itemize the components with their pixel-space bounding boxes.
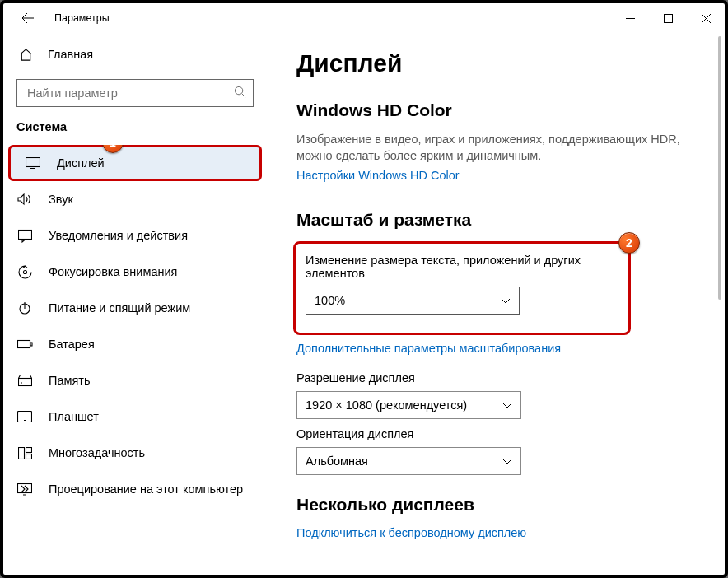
- scale-heading: Масштаб и разметка: [296, 210, 702, 230]
- resolution-label: Разрешение дисплея: [296, 371, 702, 385]
- chevron-down-icon: [501, 294, 511, 307]
- scale-field-label: Изменение размера текста, приложений и д…: [306, 254, 618, 280]
- svg-rect-6: [17, 341, 30, 348]
- sidebar-item-display[interactable]: Дисплей: [8, 145, 262, 181]
- sidebar: Главная Система Дисплей 1: [3, 33, 267, 576]
- maximize-button[interactable]: [649, 3, 687, 33]
- sidebar-item-multitask[interactable]: Многозадачность: [4, 435, 266, 471]
- sound-icon: [16, 193, 34, 206]
- svg-rect-11: [26, 447, 31, 452]
- svg-rect-0: [664, 14, 672, 22]
- sidebar-item-label: Фокусировка внимания: [49, 265, 177, 278]
- chevron-down-icon: [502, 399, 512, 412]
- search-field[interactable]: [26, 86, 234, 100]
- close-button[interactable]: [687, 3, 725, 33]
- window-controls: [611, 3, 725, 33]
- settings-window: Параметры Главная: [0, 0, 728, 578]
- sidebar-item-projecting[interactable]: Проецирование на этот компьютер: [4, 471, 266, 507]
- svg-rect-10: [18, 447, 24, 459]
- window-title: Параметры: [54, 12, 110, 24]
- orientation-value: Альбомная: [306, 454, 368, 468]
- orientation-combo[interactable]: Альбомная: [296, 447, 521, 475]
- sidebar-item-label: Дисплей: [57, 156, 105, 170]
- power-icon: [16, 301, 34, 315]
- svg-rect-2: [26, 158, 40, 167]
- back-button[interactable]: [16, 7, 40, 30]
- search-wrap: [16, 79, 254, 107]
- sidebar-item-label: Уведомления и действия: [49, 229, 188, 242]
- orientation-label: Ориентация дисплея: [296, 427, 702, 440]
- sidebar-item-label: Звук: [49, 193, 73, 206]
- main-panel: Дисплей Windows HD Color Изображение в в…: [267, 33, 725, 576]
- sidebar-item-sound[interactable]: Звук: [4, 181, 266, 217]
- advanced-scaling-link[interactable]: Дополнительные параметры масштабирования: [296, 342, 702, 355]
- svg-rect-12: [26, 454, 31, 459]
- resolution-value: 1920 × 1080 (рекомендуется): [306, 399, 467, 412]
- hd-color-link[interactable]: Настройки Windows HD Color: [296, 169, 702, 182]
- minimize-button[interactable]: [611, 3, 649, 33]
- notifications-icon: [16, 229, 34, 243]
- resolution-combo[interactable]: 1920 × 1080 (рекомендуется): [296, 391, 521, 419]
- svg-rect-7: [30, 343, 32, 346]
- wireless-display-link[interactable]: Подключиться к беспроводному дисплею: [296, 526, 702, 539]
- battery-icon: [16, 339, 34, 349]
- sidebar-group-title: Система: [3, 120, 267, 133]
- tablet-icon: [16, 411, 34, 422]
- search-icon: [234, 86, 246, 100]
- chevron-down-icon: [502, 454, 512, 468]
- svg-point-1: [235, 86, 242, 94]
- svg-rect-13: [18, 483, 32, 492]
- home-nav[interactable]: Главная: [3, 38, 267, 71]
- home-label: Главная: [48, 48, 93, 61]
- sidebar-item-label: Планшет: [49, 410, 99, 423]
- scale-callout: 2 Изменение размера текста, приложений и…: [293, 241, 631, 335]
- sidebar-item-label: Батарея: [49, 338, 95, 351]
- svg-point-4: [23, 270, 26, 273]
- svg-rect-3: [18, 230, 31, 239]
- projecting-icon: [16, 483, 34, 496]
- sidebar-item-storage[interactable]: Память: [4, 362, 266, 399]
- home-icon: [16, 48, 35, 62]
- sidebar-item-label: Многозадачность: [49, 446, 145, 459]
- search-input[interactable]: [16, 79, 254, 107]
- multi-display-heading: Несколько дисплеев: [296, 495, 702, 515]
- scrollbar[interactable]: [718, 36, 721, 300]
- hd-color-heading: Windows HD Color: [296, 100, 702, 120]
- multitask-icon: [16, 447, 34, 459]
- annotation-badge-2: 2: [618, 232, 640, 254]
- titlebar: Параметры: [3, 3, 725, 33]
- sidebar-item-tablet[interactable]: Планшет: [4, 399, 266, 435]
- svg-rect-8: [18, 378, 31, 385]
- storage-icon: [16, 374, 34, 388]
- sidebar-item-notifications[interactable]: Уведомления и действия: [4, 217, 266, 254]
- sidebar-item-battery[interactable]: Батарея: [4, 326, 266, 362]
- page-title: Дисплей: [296, 49, 702, 77]
- sidebar-item-focus[interactable]: Фокусировка внимания: [4, 254, 266, 290]
- sidebar-item-label: Память: [49, 374, 91, 387]
- scale-combo[interactable]: 100%: [306, 287, 520, 315]
- display-icon: [24, 157, 42, 169]
- scale-value: 100%: [315, 294, 345, 307]
- sidebar-item-label: Питание и спящий режим: [49, 301, 190, 315]
- sidebar-item-power[interactable]: Питание и спящий режим: [4, 290, 266, 326]
- sidebar-item-label: Проецирование на этот компьютер: [49, 482, 243, 496]
- focus-icon: [16, 265, 34, 279]
- hd-color-desc: Изображение в видео, играх и приложениях…: [296, 132, 702, 164]
